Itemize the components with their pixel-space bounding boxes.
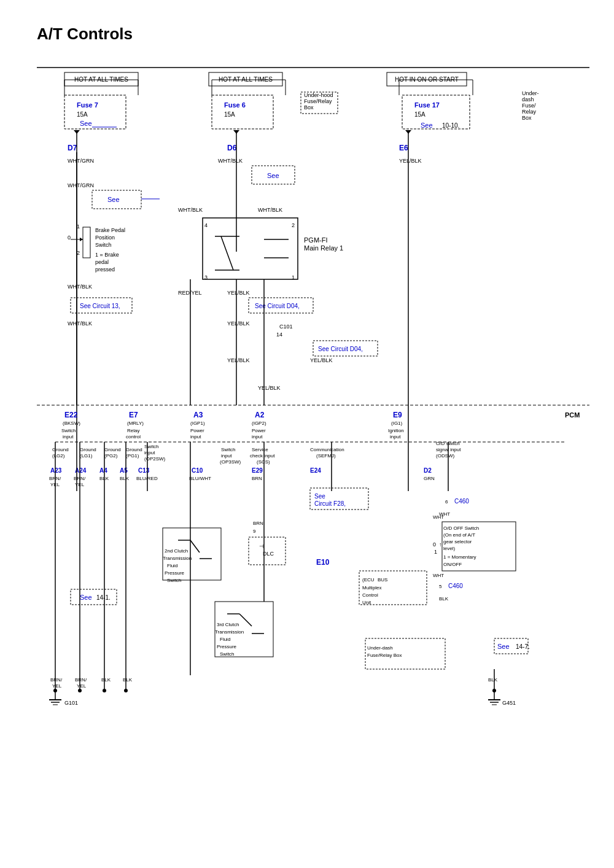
- mcu-label2: Control: [362, 592, 378, 598]
- dlc-label: DLC: [263, 551, 274, 557]
- underdash-bottom-label1: Under-dash: [367, 645, 393, 651]
- gnd-pg2-sub: (PG2): [104, 453, 118, 459]
- see-main: See: [497, 643, 510, 650]
- bpps-label3: Switch: [95, 242, 112, 248]
- 3rd-clutch-label1: 3rd Clutch: [217, 622, 239, 627]
- a3-func1: Power: [190, 428, 204, 433]
- fuse17-label: Fuse 17: [414, 101, 440, 109]
- a5-wire: BLK: [120, 476, 130, 481]
- svg-line-23: [221, 236, 233, 270]
- gnd-lg2-sub: (LG2): [52, 453, 65, 459]
- switch-op3sw: Switch: [221, 447, 236, 452]
- relay-label-2: Main Relay 1: [304, 244, 343, 252]
- svg-rect-24: [83, 227, 90, 258]
- e7-label: E7: [129, 411, 138, 419]
- a4-label: A4: [99, 467, 107, 474]
- a3-label: A3: [193, 411, 203, 419]
- 2nd-clutch-label3: Fluid: [167, 563, 177, 568]
- e10-label: E10: [316, 558, 330, 567]
- see-ref-147: 14-7.: [516, 643, 530, 650]
- wire-whtblk-3: WHT/BLK: [258, 207, 282, 213]
- wht-wire-od2: WHT: [433, 573, 444, 578]
- od-switch-1: 1: [434, 549, 437, 555]
- c10-label: C10: [192, 467, 203, 474]
- wht-wire-od1: WHT: [433, 514, 444, 520]
- underdash-box-label-top5: Box: [522, 115, 532, 121]
- od-switch-label2: (On end of A/T: [443, 532, 475, 538]
- 2nd-clutch-label2: Transmission: [163, 556, 192, 561]
- e22-func2: input: [63, 434, 74, 440]
- svg-rect-7: [212, 95, 273, 129]
- comm-label: Communication: [310, 447, 344, 452]
- g451-label: G451: [502, 700, 516, 706]
- e22-sub: (BKSW): [63, 420, 80, 426]
- 2nd-clutch-label5: Switch: [167, 578, 182, 583]
- od-switch-label5: 1 = Momentary: [443, 554, 476, 560]
- gnd-lg2: Ground: [52, 447, 69, 452]
- 2nd-clutch-label4: Pressure: [165, 570, 185, 576]
- wire-whtgrn-1: WHT/GRN: [68, 158, 94, 164]
- d6-see: See: [267, 172, 279, 179]
- gnd-pg1-sub: (PG1): [126, 453, 139, 459]
- c101-pin: 14: [276, 331, 282, 338]
- e29-wire: BRN: [252, 476, 262, 481]
- fuse6-arrow: [233, 130, 239, 134]
- bottom-wire-brn-yel-1b: YEL: [52, 683, 62, 689]
- bpps-label2: Position: [95, 234, 115, 241]
- a5-label: A5: [120, 467, 128, 474]
- fuse6-label: Fuse 6: [224, 101, 246, 109]
- diagram-container: HOT AT ALL TIMES HOT AT ALL TIMES HOT IN…: [31, 61, 602, 856]
- bpps-num1: 1: [77, 223, 80, 230]
- d7-label: D7: [68, 144, 77, 152]
- circuitd04-see1: See Circuit D04,: [255, 303, 300, 309]
- e24-label: E24: [310, 467, 321, 474]
- wire-whtblk-left: WHT/BLK: [68, 284, 92, 290]
- wire-yelblk-5: YEL/BLK: [310, 357, 333, 363]
- circuit13-see: See Circuit 13,: [80, 303, 120, 309]
- e9-sub: (IG1): [391, 420, 403, 426]
- wire-whtblk-1: WHT/BLK: [218, 158, 243, 164]
- c460-upper-num: 6: [445, 499, 448, 505]
- fuse7-see: See: [80, 120, 92, 127]
- d2-wire: GRN: [424, 476, 435, 481]
- e7-func2: control: [126, 434, 141, 440]
- e9-label: E9: [393, 411, 402, 419]
- c460-lower-num: 5: [439, 584, 442, 589]
- bpps-label4: 1 = Brake: [95, 252, 119, 258]
- mcu-label3: Unit: [362, 600, 371, 605]
- 3rd-clutch-label3: Fluid: [220, 637, 230, 642]
- bpps-label5: pedal: [95, 259, 109, 265]
- switch-input-label2: input: [144, 450, 155, 455]
- c460-upper-label: C460: [454, 498, 469, 505]
- blk-wire-c460: BLK: [439, 596, 449, 602]
- mcu-ecu: (ECU: [362, 577, 375, 583]
- bpps-num2: 2: [77, 250, 80, 256]
- wire-whtblk-left2: WHT/BLK: [68, 320, 92, 327]
- g101-label: G101: [64, 700, 78, 706]
- e22-func1: Switch: [61, 428, 76, 433]
- bpps-num0: 0: [68, 234, 71, 241]
- dlc-arrow: ⊣: [259, 543, 264, 549]
- switch-op3sw-sub: (OP3SW): [220, 459, 241, 465]
- svg-marker-26: [80, 238, 83, 241]
- fuse7-label: Fuse 7: [77, 101, 98, 109]
- d6-label: D6: [227, 144, 237, 152]
- bottom-wire-brn-yel-2: BRN/: [75, 677, 87, 683]
- e22-label: E22: [64, 411, 78, 419]
- fuse7-arrow: [74, 130, 80, 134]
- wire-yelblk-6: YEL/BLK: [258, 385, 281, 391]
- bottom-wire-blk-2: BLK: [123, 677, 133, 683]
- a3-func2: input: [190, 434, 201, 440]
- 2nd-clutch-label1: 2nd Clutch: [165, 548, 188, 554]
- wire-yelblk-top: YEL/BLK: [399, 158, 422, 164]
- switch-input-label: Switch: [144, 444, 159, 449]
- mcu-bus: BUS: [378, 577, 387, 583]
- relay-pin3: 3: [204, 274, 208, 281]
- circuitd04-see2: See Circuit D04,: [318, 346, 363, 352]
- fuse17-see: See: [421, 122, 433, 129]
- bpps-label6: pressed: [95, 266, 115, 273]
- wire-yelblk-3: YEL/BLK: [227, 320, 250, 327]
- bottom-wire-brn-yel-1: BRN/: [50, 677, 63, 683]
- wire-whtblk-2: WHT/BLK: [178, 207, 203, 213]
- svg-line-42: [239, 614, 252, 626]
